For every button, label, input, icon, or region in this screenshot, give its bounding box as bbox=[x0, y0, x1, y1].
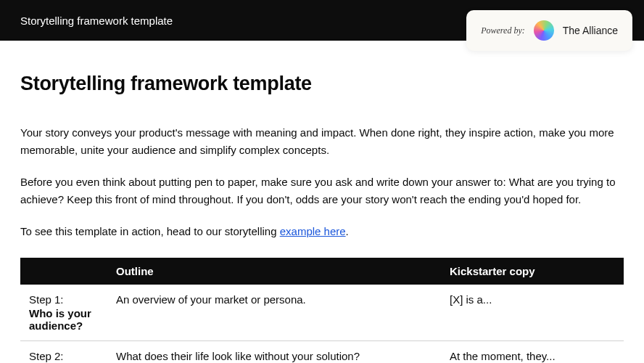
para3-suffix: . bbox=[346, 225, 349, 237]
kickstarter-cell: At the moment, they... bbox=[441, 341, 624, 364]
table-header-outline: Outline bbox=[107, 258, 441, 285]
para3-prefix: To see this template in action, head to … bbox=[20, 225, 280, 237]
kickstarter-cell: [X] is a... bbox=[441, 285, 624, 341]
intro-paragraph-3: To see this template in action, head to … bbox=[20, 223, 624, 240]
intro-paragraph-2: Before you even think about putting pen … bbox=[20, 174, 624, 208]
framework-table-container: Outline Kickstarter copy Step 1: Who is … bbox=[20, 258, 624, 363]
step-number: Step 1: bbox=[29, 293, 99, 306]
outline-cell: What does their life look like without y… bbox=[107, 341, 441, 364]
page-title: Storytelling framework template bbox=[20, 73, 624, 95]
powered-by-label: Powered by: bbox=[481, 25, 525, 36]
outline-cell: An overview of your market or persona. bbox=[107, 285, 441, 341]
step-question: Who is your audience? bbox=[29, 307, 99, 332]
table-header-kickstarter: Kickstarter copy bbox=[441, 258, 624, 285]
alliance-logo-icon bbox=[534, 20, 554, 41]
top-bar: Storytelling framework template Powered … bbox=[0, 0, 644, 41]
step-number: Step 2: bbox=[29, 350, 99, 362]
powered-by-badge[interactable]: Powered by: The Alliance bbox=[466, 10, 632, 51]
table-header-step bbox=[20, 258, 107, 285]
step-cell: Step 2: Where are bbox=[20, 341, 107, 364]
table-row: Step 1: Who is your audience? An overvie… bbox=[20, 285, 624, 341]
example-link[interactable]: example here bbox=[280, 225, 346, 237]
step-cell: Step 1: Who is your audience? bbox=[20, 285, 107, 341]
framework-table: Outline Kickstarter copy Step 1: Who is … bbox=[20, 258, 624, 363]
intro-paragraph-1: Your story conveys your product's messag… bbox=[20, 124, 624, 159]
table-row: Step 2: Where are What does their life l… bbox=[20, 341, 624, 364]
main-content: Storytelling framework template Your sto… bbox=[0, 41, 644, 363]
table-header-row: Outline Kickstarter copy bbox=[20, 258, 624, 285]
top-bar-title: Storytelling framework template bbox=[20, 15, 173, 27]
alliance-brand-text: The Alliance bbox=[563, 25, 618, 36]
